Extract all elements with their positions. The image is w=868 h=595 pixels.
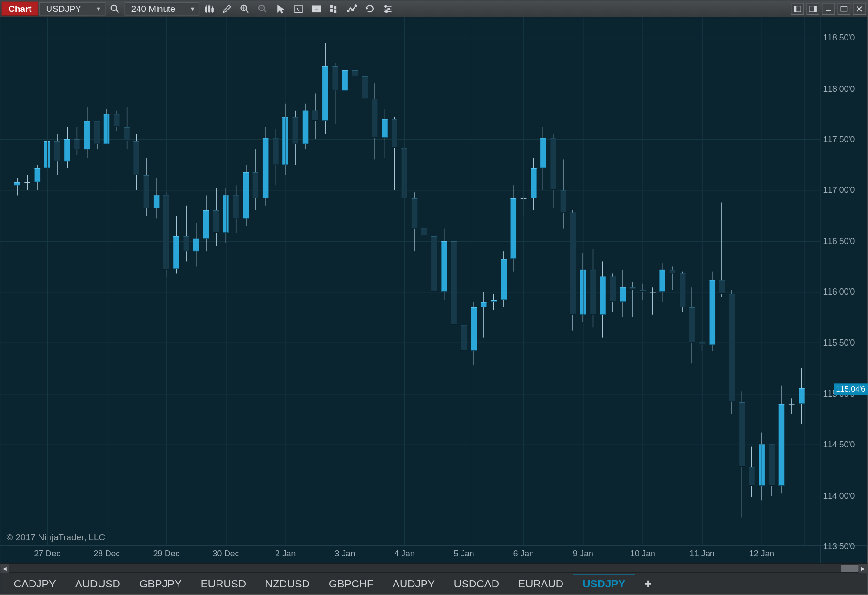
candle <box>511 17 516 546</box>
levels-icon[interactable] <box>326 2 343 15</box>
tab-gbpjpy[interactable]: GBPJPY <box>130 574 191 593</box>
candle <box>362 17 367 546</box>
y-axis[interactable]: 118.50'0118.00'0117.50'0117.00'0116.50'0… <box>821 17 868 546</box>
candle <box>421 17 427 546</box>
candle <box>779 17 784 546</box>
svg-point-26 <box>347 10 350 12</box>
candle <box>789 17 794 546</box>
candle <box>501 17 506 546</box>
x-tick: 27 Dec <box>34 549 61 558</box>
scroll-right-icon[interactable]: ► <box>859 564 868 573</box>
candle <box>670 17 675 546</box>
interval-select[interactable]: 240 Minute ▼ <box>125 2 200 15</box>
candle <box>600 17 606 546</box>
candle <box>650 17 655 546</box>
tab-audusd[interactable]: AUDUSD <box>66 574 130 593</box>
svg-point-16 <box>296 8 298 10</box>
candle <box>14 17 20 546</box>
scrollbar-thumb[interactable] <box>841 565 859 572</box>
x-tick: 11 Jan <box>690 549 715 558</box>
tab-audjpy[interactable]: AUDJPY <box>383 574 444 593</box>
zoom-in-icon[interactable] <box>237 2 253 15</box>
toolbar: Chart USDJPY ▼ 240 Minute ▼ <box>0 0 867 17</box>
data-box-icon[interactable] <box>290 2 307 15</box>
candle <box>451 17 457 546</box>
x-tick: 28 Dec <box>94 549 120 558</box>
horizontal-scrollbar[interactable]: ◄ ► <box>0 563 867 573</box>
add-tab-button[interactable]: + <box>635 574 661 593</box>
tab-usdcad[interactable]: USDCAD <box>444 574 509 593</box>
candle <box>183 17 189 546</box>
tab-usdjpy[interactable]: USDJPY <box>573 574 635 593</box>
svg-rect-18 <box>312 5 315 12</box>
instrument-select[interactable]: USDJPY ▼ <box>39 2 106 15</box>
tab-euraud[interactable]: EURAUD <box>509 574 573 593</box>
candle <box>412 17 417 546</box>
tab-gbpchf[interactable]: GBPCHF <box>319 574 383 593</box>
candle <box>709 17 715 546</box>
svg-point-0 <box>111 5 117 10</box>
candlestick-plot[interactable]: © 2017 NinjaTrader, LLC <box>0 17 820 546</box>
tab-eurusd[interactable]: EURUSD <box>191 574 256 593</box>
x-tick: 4 Jan <box>395 549 415 558</box>
candle <box>372 17 377 546</box>
candle-type-icon[interactable] <box>201 2 217 15</box>
candle <box>24 17 30 546</box>
svg-line-17 <box>298 10 299 11</box>
candle <box>263 17 268 546</box>
candle <box>471 17 477 546</box>
candle <box>799 17 804 546</box>
refresh-icon[interactable] <box>362 2 378 15</box>
panel-split-icon[interactable] <box>308 2 325 15</box>
candle <box>382 17 387 546</box>
x-tick: 30 Dec <box>213 549 239 558</box>
candle <box>213 17 219 546</box>
tab-nzdusd[interactable]: NZDUSD <box>256 574 319 593</box>
properties-icon[interactable] <box>380 2 396 15</box>
close-button[interactable] <box>853 3 866 15</box>
x-tick: 29 Dec <box>153 549 180 558</box>
dock-right-button[interactable] <box>807 3 820 15</box>
instrument-value: USDJPY <box>46 4 81 14</box>
x-tick: 10 Jan <box>630 549 655 558</box>
svg-point-33 <box>388 8 390 10</box>
tab-cadjpy[interactable]: CADJPY <box>4 574 66 593</box>
candle <box>610 17 616 546</box>
dock-left-button[interactable] <box>791 3 804 15</box>
instrument-tabs: CADJPYAUDUSDGBPJPYEURUSDNZDUSDGBPCHFAUDJ… <box>0 573 867 594</box>
markers-icon[interactable] <box>344 2 361 15</box>
svg-line-9 <box>246 10 249 12</box>
candle <box>312 17 318 546</box>
pencil-icon[interactable] <box>219 2 236 15</box>
candle <box>94 17 99 546</box>
candle <box>243 17 248 546</box>
candle <box>531 17 536 546</box>
scroll-left-icon[interactable]: ◄ <box>0 564 9 573</box>
search-icon[interactable] <box>107 2 123 15</box>
maximize-button[interactable] <box>838 3 851 15</box>
candle <box>769 17 774 546</box>
x-tick: 9 Jan <box>573 549 593 558</box>
y-tick: 115.50'0 <box>823 338 855 347</box>
y-tick: 114.50'0 <box>823 440 855 449</box>
zoom-out-icon[interactable] <box>255 2 271 15</box>
x-axis[interactable]: 27 Dec28 Dec29 Dec30 Dec2 Jan3 Jan4 Jan5… <box>0 546 820 563</box>
svg-rect-20 <box>316 9 318 12</box>
minimize-button[interactable] <box>822 3 835 15</box>
svg-rect-36 <box>794 6 796 12</box>
candle <box>680 17 685 546</box>
candle <box>74 17 80 546</box>
x-tick: 2 Jan <box>275 549 296 558</box>
pointer-icon[interactable] <box>272 2 289 15</box>
candle <box>491 17 496 546</box>
candle <box>739 17 745 546</box>
candle <box>620 17 625 546</box>
x-tick: 5 Jan <box>454 549 474 558</box>
candle <box>431 17 437 546</box>
candle <box>233 17 238 546</box>
candle <box>719 17 725 546</box>
svg-rect-23 <box>331 9 333 11</box>
chart-window: Chart USDJPY ▼ 240 Minute ▼ © 2017 Ninja… <box>0 0 868 595</box>
candle <box>749 17 755 546</box>
y-tick: 116.50'0 <box>823 236 855 246</box>
